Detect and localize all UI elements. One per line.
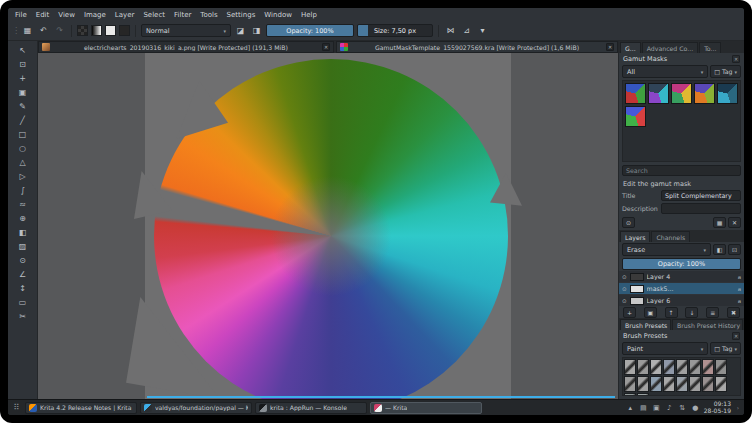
tool-transform[interactable]: ⊡ [15,58,31,71]
mask-description-input[interactable] [661,203,741,214]
taskbar-item[interactable]: Krita 4.2 Release Notes | Krita -... [25,402,137,414]
tool-gradient[interactable]: ▨ [15,240,31,253]
foreground-color-swatch[interactable] [105,25,116,36]
menu-item-file[interactable]: File [15,11,27,19]
visibility-icon[interactable]: ⊙ [622,274,627,280]
gamut-mask-thumb[interactable] [694,83,715,104]
brush-filter-select[interactable]: Paint ▾ [622,342,708,355]
close-icon[interactable]: ✕ [732,332,740,340]
search-input[interactable]: Search [622,165,741,176]
brush-preset[interactable] [689,359,701,375]
redo-icon[interactable]: ↷ [53,24,66,37]
gamut-mask-thumb[interactable] [648,83,669,104]
tag-filter-button[interactable]: □ Tag ▾ [710,65,741,78]
document-tab-gamut-template[interactable]: GamutMaskTemplate_1559027569.kra [Write … [336,41,618,53]
layer-opacity-slider[interactable]: Opacity: 100% [622,258,741,270]
brush-preset[interactable] [702,376,714,392]
alpha-icon[interactable]: a [738,274,741,280]
tool-select-shapes[interactable]: ↖ [15,44,31,57]
layer-filter-icon[interactable]: ◧ [713,244,726,255]
panel-edge-icon[interactable]: › [735,404,741,411]
tool-rectangle[interactable]: □ [15,128,31,141]
gamut-filter-select[interactable]: All ▾ [622,65,708,78]
gamut-mask-thumb[interactable] [671,83,692,104]
canvas-area[interactable] [38,53,618,399]
volume-icon[interactable]: ♪ [665,404,674,412]
layer-row[interactable]: ⊙Layer 6a [619,295,744,306]
tab-advanced-color-selector[interactable]: Advanced Co... [642,42,698,53]
alpha-icon[interactable]: a [738,298,741,304]
brush-preset[interactable] [624,393,636,396]
tool-color-sampler[interactable]: ⊙ [15,254,31,267]
tool-polyline[interactable]: ▷ [15,170,31,183]
close-icon[interactable]: ✕ [322,43,330,51]
brush-preset[interactable] [663,359,675,375]
taskbar-item[interactable]: krita : AppRun — Konsole [255,402,367,414]
menu-item-filter[interactable]: Filter [174,11,191,19]
taskbar-item[interactable]: valdyas/foundation/paypal — KM... [140,402,252,414]
brush-preset[interactable] [624,376,636,392]
brush-preset[interactable] [650,376,662,392]
clock[interactable]: 09:13 28-05-19 [704,401,731,414]
layer-properties-icon[interactable]: ≡ [706,307,719,318]
document-tab-kiki[interactable]: electrichearts_20190316_kiki_a.png [Writ… [38,41,334,53]
tool-freehand-select[interactable]: ✂ [15,310,31,323]
menu-item-settings[interactable]: Settings [227,11,256,19]
save-icon[interactable]: ▦ [21,24,34,37]
tool-line[interactable]: ╱ [15,114,31,127]
screen-layout-icon[interactable]: ▤ [639,404,648,412]
blending-mode-select[interactable]: Normal ▾ [141,24,231,37]
toolbar-overflow-icon[interactable]: ▾ [476,24,489,37]
tool-crop[interactable]: ▣ [15,86,31,99]
brush-preset[interactable] [637,393,649,396]
toolbar-grip[interactable]: ⋮ [12,26,18,35]
tag-filter-button[interactable]: □ Tag ▾ [710,342,741,355]
tool-assistants[interactable]: ∠ [15,268,31,281]
brush-preset[interactable] [676,359,688,375]
menu-item-window[interactable]: Window [264,11,292,19]
tool-multibrush[interactable]: ⊕ [15,212,31,225]
menu-item-image[interactable]: Image [84,11,106,19]
move-layer-up-icon[interactable]: ↑ [665,307,678,318]
tool-polygon[interactable]: △ [15,156,31,169]
layer-row[interactable]: ⊙mask5...a [619,283,744,295]
tray-expand-icon[interactable]: ▴ [626,404,635,412]
brush-preset[interactable] [715,359,727,375]
tool-measure[interactable]: ↕ [15,282,31,295]
taskbar-item[interactable]: — Krita [370,402,482,414]
brush-preset[interactable] [676,376,688,392]
background-color-swatch[interactable] [119,25,130,36]
layer-lock-icon[interactable]: ⊡ [728,244,741,255]
gamut-mask-thumb[interactable] [625,106,646,127]
gamut-mask-thumb[interactable] [717,83,738,104]
tab-touch-docker[interactable]: To... [699,42,721,53]
undo-icon[interactable]: ↶ [37,24,50,37]
tool-freehand-brush[interactable]: ✎ [15,100,31,113]
close-icon[interactable]: ✕ [606,43,614,51]
duplicate-layer-icon[interactable]: ▣ [644,307,657,318]
layer-row[interactable]: ⊙Layer 4a [619,271,744,283]
brush-preset[interactable] [637,359,649,375]
app-launcher-icon[interactable]: ⠿ [11,402,22,413]
brush-preset[interactable] [689,376,701,392]
visibility-icon[interactable]: ⊙ [622,298,627,304]
save-mask-icon[interactable]: ▦ [713,217,726,228]
menu-item-select[interactable]: Select [143,11,165,19]
wrap-around-icon[interactable]: ⊿ [460,24,473,37]
network-icon[interactable]: ⇅ [678,404,687,412]
brush-preset[interactable] [650,359,662,375]
visibility-icon[interactable]: ⊙ [622,286,627,292]
tab-brush-preset-history[interactable]: Brush Preset History [672,319,743,330]
menu-item-tools[interactable]: Tools [200,11,217,19]
canvas-scrollbar[interactable] [147,396,615,398]
alpha-icon[interactable]: a [738,286,741,292]
tab-brush-presets[interactable]: Brush Presets [620,319,671,330]
brush-preset[interactable] [663,376,675,392]
tool-bezier-curve[interactable]: ∫ [15,184,31,197]
tool-ellipse[interactable]: ○ [15,142,31,155]
tool-fill[interactable]: ◧ [15,226,31,239]
brush-preset[interactable] [637,376,649,392]
mask-title-input[interactable]: Split Complementary [661,190,741,201]
layer-blending-mode-select[interactable]: Erase ▾ [622,243,711,256]
move-layer-down-icon[interactable]: ↓ [685,307,698,318]
